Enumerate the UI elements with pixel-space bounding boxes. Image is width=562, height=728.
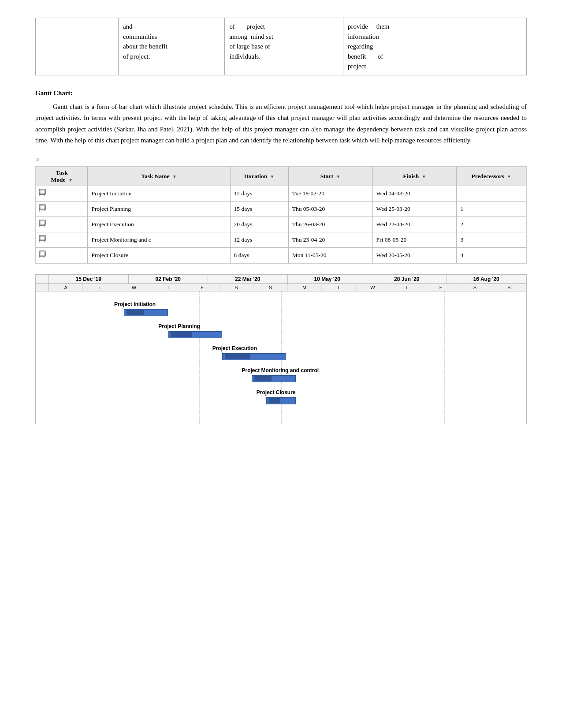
day-cell: T (322, 284, 356, 291)
task-finish-cell: Wed 04-03-20 (372, 186, 457, 201)
task-finish-cell: Wed 25-03-20 (372, 201, 457, 217)
timeline-date-block: 10 May '20 (288, 275, 368, 284)
timeline-date-block: 28 Jun '20 (367, 275, 447, 284)
timeline-date-block: 16 Aug '20 (447, 275, 527, 284)
day-cell: W (117, 284, 151, 291)
timeline-date-block: 22 Mar '20 (208, 275, 288, 284)
timeline-header: 15 Dec '1902 Feb '2022 Mar '2010 May '20… (36, 275, 526, 284)
task-finish-cell: Fri 08-05-20 (372, 232, 457, 247)
gantt-bar-label: Project Closure (257, 389, 296, 396)
gantt-bar-label: Project Planning (158, 323, 200, 329)
section-heading: Gantt Chart: (35, 90, 527, 97)
day-cell: F (424, 284, 458, 291)
svg-rect-4 (40, 205, 45, 209)
task-predecessors-cell: 3 (457, 232, 526, 247)
task-mode-icon (39, 235, 50, 245)
task-row: Project Monitoring and c12 daysThu 23-04… (36, 232, 526, 247)
gantt-grid-vline (444, 291, 445, 424)
task-row: Project Closure8 daysMon 11-05-20Wed 20-… (36, 247, 526, 263)
task-predecessors-cell (457, 186, 526, 201)
gantt-bar-label: Project Monitoring and control (242, 367, 319, 373)
task-name-cell: Project Planning (88, 201, 230, 217)
task-duration-cell: 8 days (230, 247, 288, 263)
col-header-finish: Finish ▼ (372, 167, 457, 186)
task-row: Project Initiation12 daysTue 18-02-20Wed… (36, 186, 526, 201)
task-mode-icon (39, 219, 50, 230)
gantt-bar-progress (127, 310, 144, 315)
gantt-bar-label: Project Execution (212, 345, 257, 351)
task-mode-cell (36, 186, 88, 201)
gantt-bar-progress (171, 332, 192, 337)
day-cell: W (356, 284, 390, 291)
task-mode-icon (39, 250, 50, 261)
svg-rect-7 (40, 221, 45, 224)
svg-rect-13 (40, 252, 45, 255)
timeline-date-block: 02 Feb '20 (129, 275, 208, 284)
gantt-grid-vline (363, 291, 363, 424)
task-row: Project Execution20 daysThu 26-03-20Wed … (36, 217, 526, 232)
task-start-cell: Mon 11-05-20 (288, 247, 372, 263)
task-start-cell: Thu 26-03-20 (288, 217, 372, 232)
col-header-mode: TaskMode ▼ (36, 167, 88, 186)
task-predecessors-cell: 4 (457, 247, 526, 263)
col-header-predecessors: Predecessors ▼ (457, 167, 526, 186)
task-mode-cell (36, 201, 88, 217)
top-cell-2: andcommunitiesabout the benefitof projec… (118, 18, 225, 75)
timeline-label-col (36, 275, 49, 284)
day-cell: A (49, 284, 83, 291)
top-cell-3: of projectamong mind setof large base of… (225, 18, 343, 75)
gantt-chart-area: 15 Dec '1902 Feb '2022 Mar '2010 May '20… (35, 274, 527, 424)
day-cell: T (83, 284, 117, 291)
task-mode-cell (36, 247, 88, 263)
task-duration-cell: 12 days (230, 186, 288, 201)
body-paragraph: Gantt chart is a form of bar chart which… (35, 101, 527, 146)
gantt-bars-area: Project InitiationProject PlanningProjec… (36, 291, 526, 424)
day-cell-empty (36, 284, 49, 291)
day-cell: S (458, 284, 492, 291)
gantt-grid-vline (199, 291, 200, 424)
task-name-cell: Project Execution (88, 217, 230, 232)
task-duration-cell: 15 days (230, 201, 288, 217)
day-cell: M (288, 284, 322, 291)
timeline-dates: 15 Dec '1902 Feb '2022 Mar '2010 May '20… (49, 275, 526, 284)
day-cell: T (151, 284, 185, 291)
task-predecessors-cell: 1 (457, 201, 526, 217)
col-header-duration: Duration ▼ (230, 167, 288, 186)
day-cell: T (390, 284, 424, 291)
task-finish-cell: Wed 20-05-20 (372, 247, 457, 263)
task-duration-cell: 20 days (230, 217, 288, 232)
task-mode-icon (39, 188, 50, 199)
task-predecessors-cell: 2 (457, 217, 526, 232)
task-mode-icon (39, 204, 50, 214)
task-name-cell: Project Closure (88, 247, 230, 263)
gantt-wrapper: TaskMode ▼ Task Name ▼ Duration ▼ Start … (35, 166, 527, 264)
task-table: TaskMode ▼ Task Name ▼ Duration ▼ Start … (36, 167, 526, 263)
gantt-bar-progress (225, 354, 250, 359)
task-start-cell: Tue 18-02-20 (288, 186, 372, 201)
task-row: Project Planning15 daysThu 05-03-20Wed 2… (36, 201, 526, 217)
gantt-grid-vline (118, 291, 118, 424)
col-header-name: Task Name ▼ (88, 167, 230, 186)
timeline-days-row: ATWTFSSMTWTFSS (36, 284, 526, 291)
top-cell-4: provide theminformationregardingbenefit … (343, 18, 438, 75)
task-mode-cell (36, 217, 88, 232)
top-cell-5 (438, 18, 526, 75)
day-cell: S (220, 284, 253, 291)
gantt-bar-progress (269, 398, 281, 403)
top-cell-1 (36, 18, 119, 75)
svg-rect-1 (40, 190, 45, 194)
task-name-cell: Project Initiation (88, 186, 230, 201)
task-start-cell: Thu 23-04-20 (288, 232, 372, 247)
top-table: andcommunitiesabout the benefitof projec… (35, 18, 527, 75)
svg-rect-10 (40, 236, 45, 240)
day-cell: S (492, 284, 526, 291)
task-mode-cell (36, 232, 88, 247)
gantt-bar-label: Project Initiation (114, 301, 156, 307)
day-cell: F (185, 284, 219, 291)
gantt-bar-progress (254, 376, 272, 381)
timeline-date-block: 15 Dec '19 (49, 275, 129, 284)
task-start-cell: Thu 05-03-20 (288, 201, 372, 217)
excel-note: ⊡ (35, 157, 527, 162)
col-header-start: Start ▼ (288, 167, 372, 186)
task-duration-cell: 12 days (230, 232, 288, 247)
